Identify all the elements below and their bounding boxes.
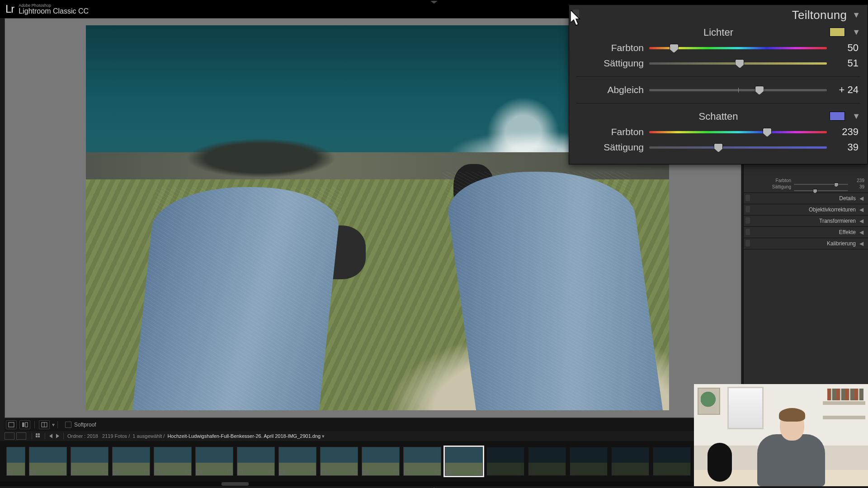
svg-rect-2 [22, 422, 24, 427]
thumbnail[interactable] [653, 447, 691, 476]
svg-rect-9 [38, 436, 40, 437]
thumbnail[interactable] [154, 447, 192, 476]
thumbnail-selected[interactable] [445, 447, 483, 476]
highlights-sat-row: Sättigung 51 [569, 56, 868, 71]
thumbnail[interactable] [362, 447, 400, 476]
highlights-section: Lichter ▼ Farbton 50 Sättigung 51 [569, 25, 868, 71]
balance-label: Abgleich [569, 84, 644, 95]
forward-icon[interactable] [55, 434, 60, 438]
highlights-sat-value[interactable]: 51 [827, 57, 859, 69]
highlights-hue-slider[interactable] [649, 43, 827, 53]
lightroom-logo: Lr [5, 3, 14, 15]
thumbnail[interactable] [112, 447, 150, 476]
before-after-mode-icon[interactable] [39, 420, 50, 429]
mini-sat-label: Sättigung [764, 184, 791, 189]
thumbnail[interactable] [486, 447, 524, 476]
before-after-icon[interactable] [19, 420, 30, 429]
shadows-picker-caret-icon[interactable]: ▼ [852, 112, 860, 121]
svg-marker-10 [49, 434, 52, 438]
mini-split-toning-section: Farbton 239 Sättigung 39 [744, 176, 868, 193]
shadows-sat-slider[interactable] [649, 142, 827, 152]
svg-marker-0 [430, 1, 438, 4]
shadows-sat-value[interactable]: 39 [827, 141, 859, 153]
panel-transform[interactable]: Transformieren◀ [744, 216, 868, 227]
thumbnail[interactable] [71, 447, 108, 476]
highlights-sat-label: Sättigung [569, 58, 644, 69]
panel-toggle-switch[interactable] [573, 9, 579, 20]
shadows-hue-row: Farbton 239 [569, 124, 868, 140]
thumbnail[interactable] [403, 447, 441, 476]
balance-slider[interactable] [649, 85, 827, 95]
thumbnail[interactable] [528, 447, 566, 476]
panel-calibration[interactable]: Kalibrierung◀ [744, 238, 868, 249]
back-icon[interactable] [49, 434, 53, 438]
split-toning-header[interactable]: Teiltonung ▼ [569, 5, 868, 25]
split-toning-title: Teiltonung [792, 8, 847, 22]
mini-hue-label: Farbton [764, 178, 791, 183]
second-window-mode-icon[interactable] [16, 432, 26, 440]
shadows-sat-row: Sättigung 39 [569, 140, 868, 155]
second-window-icon[interactable] [5, 432, 14, 440]
mini-hue-row[interactable]: Farbton 239 [746, 177, 864, 183]
highlights-sat-slider[interactable] [649, 58, 827, 68]
svg-marker-11 [56, 434, 59, 438]
grid-icon[interactable] [36, 433, 41, 439]
panel-collapse-caret-icon[interactable]: ▼ [852, 10, 860, 20]
filmstrip-collapse-handle[interactable] [430, 484, 438, 488]
shadows-hue-slider[interactable] [649, 127, 827, 137]
shadows-sat-label: Sättigung [569, 142, 644, 153]
svg-rect-7 [38, 433, 40, 435]
svg-rect-1 [9, 422, 14, 427]
softproof-label: Softproof [74, 422, 96, 428]
mini-sat-value: 39 [851, 184, 864, 189]
highlights-hue-label: Farbton [569, 42, 644, 53]
mini-hue-value: 239 [851, 178, 864, 183]
thumbnail[interactable] [611, 447, 649, 476]
highlights-hue-row: Farbton 50 [569, 40, 868, 56]
panel-details[interactable]: Details◀ [744, 193, 868, 204]
thumbnail[interactable] [6, 447, 25, 476]
header-collapse-handle[interactable] [430, 1, 438, 4]
app-name: Lightroom Classic CC [19, 8, 89, 15]
highlights-color-swatch[interactable] [830, 28, 845, 37]
shadows-color-swatch[interactable] [830, 112, 845, 121]
thumbnail[interactable] [570, 447, 608, 476]
softproof-checkbox[interactable] [65, 422, 71, 428]
breadcrumb[interactable]: Ordner : 2018 2119 Fotos / 1 ausgewählt … [67, 433, 325, 439]
viewer-toolbar: ▾ Softproof [5, 418, 741, 431]
app-title-block: Adobe Photoshop Lightroom Classic CC [19, 4, 89, 15]
thumbnail[interactable] [29, 447, 67, 476]
panel-lens-corrections[interactable]: Objektivkorrekturen◀ [744, 204, 868, 216]
shadows-section: Schatten ▼ Farbton 239 Sättigung 39 [569, 109, 868, 161]
split-toning-panel: Teiltonung ▼ Lichter ▼ Farbton 50 Sättig… [569, 5, 868, 164]
highlights-hue-value[interactable]: 50 [827, 42, 859, 54]
svg-rect-3 [25, 422, 28, 427]
loupe-view-icon[interactable] [6, 420, 17, 429]
webcam-overlay [694, 384, 868, 486]
highlights-picker-caret-icon[interactable]: ▼ [852, 28, 860, 37]
balance-value[interactable]: + 24 [827, 84, 859, 96]
thumbnail[interactable] [320, 447, 358, 476]
svg-rect-8 [36, 436, 38, 437]
thumbnail[interactable] [237, 447, 275, 476]
thumbnail[interactable] [195, 447, 233, 476]
shadows-hue-label: Farbton [569, 127, 644, 137]
scrollbar-handle[interactable] [222, 482, 249, 486]
thumbnail[interactable] [278, 447, 316, 476]
svg-rect-6 [36, 433, 38, 435]
shadows-hue-value[interactable]: 239 [827, 126, 859, 138]
highlights-title: Lichter [703, 27, 733, 38]
shadows-title: Schatten [699, 111, 738, 122]
balance-row: Abgleich + 24 [569, 82, 868, 98]
panel-effects[interactable]: Effekte◀ [744, 227, 868, 238]
